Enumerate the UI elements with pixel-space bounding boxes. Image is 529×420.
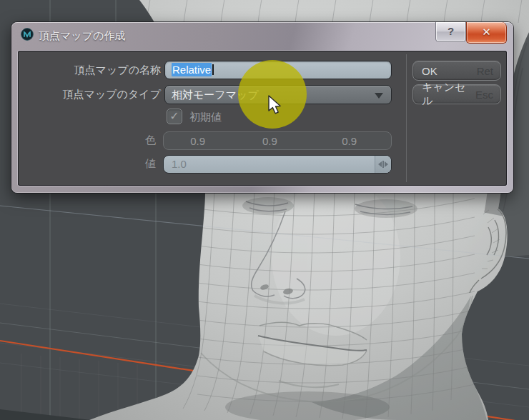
close-icon: ✕ [482,26,491,38]
value-text: 1.0 [172,158,187,170]
text-caret [212,64,214,75]
initial-value-label: 初期値 [189,111,222,124]
dropdown-value: 相対モーフマップ [172,89,259,101]
check-icon: ✓ [169,110,179,122]
vertex-map-name-label: 頂点マップの名称 [18,64,161,77]
text-selection: Relative [172,63,212,76]
cancel-button[interactable]: キャンセル Esc [412,84,501,104]
ok-button[interactable]: OK Ret [412,61,501,81]
help-button[interactable]: ? [435,22,466,42]
help-icon: ? [448,25,454,37]
panel-divider [406,54,407,182]
dialog-body: 頂点マップの名称 Relative 頂点マップのタイプ 相対モーフマップ ✓ 初… [18,51,507,186]
stepper-left-icon [378,161,382,167]
color-value-g: 0.9 [232,135,307,147]
dialog-window: 頂点マップの作成 ? ✕ 頂点マップの名称 Relative 頂点マップのタイプ… [11,22,513,193]
initial-value-checkbox[interactable]: ✓ [167,109,182,124]
vertex-map-name-input[interactable]: Relative [164,61,392,79]
value-field[interactable]: 1.0 [163,155,392,174]
cancel-shortcut: Esc [475,89,493,101]
cancel-button-label: キャンセル [422,81,475,108]
color-value-b: 0.9 [307,135,391,147]
close-button[interactable]: ✕ [466,22,507,44]
ok-button-label: OK [422,65,437,77]
window-title: 頂点マップの作成 [39,29,125,43]
color-field: 0.9 0.9 0.9 [163,131,392,150]
application-window: 頂点マップの作成 ? ✕ 頂点マップの名称 Relative 頂点マップのタイプ… [0,0,529,420]
chevron-down-icon [375,93,383,99]
value-stepper[interactable] [375,156,391,173]
vertex-map-type-dropdown[interactable]: 相対モーフマップ [164,85,392,104]
value-label: 値 [18,157,156,171]
app-icon [21,28,34,41]
ok-shortcut: Ret [477,65,493,77]
stepper-right-icon [385,161,388,167]
color-value-r: 0.9 [164,135,232,147]
vertex-map-type-label: 頂点マップのタイプ [18,88,161,101]
color-label: 色 [18,134,156,147]
stepper-bar-icon [382,161,384,168]
